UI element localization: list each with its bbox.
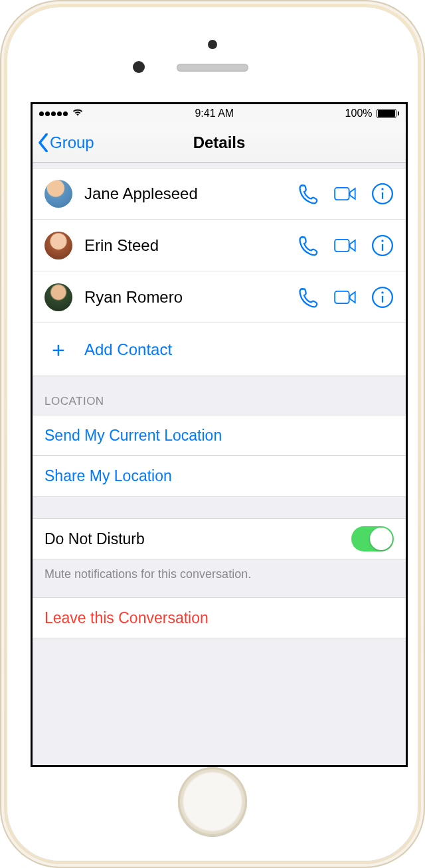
status-time: 9:41 AM: [84, 108, 345, 119]
call-button[interactable]: [297, 286, 319, 309]
chevron-left-icon: [38, 133, 48, 152]
mute-switch: [0, 146, 1, 170]
info-icon: [371, 182, 394, 205]
wifi-icon: [72, 108, 84, 119]
svg-rect-4: [335, 239, 349, 251]
video-call-button[interactable]: [334, 286, 357, 309]
svg-rect-8: [335, 291, 349, 303]
contact-row[interactable]: Erin Steed: [33, 220, 406, 271]
add-contact-label: Add Contact: [84, 340, 172, 359]
video-icon: [334, 234, 357, 257]
contact-name: Erin Steed: [84, 236, 297, 255]
dnd-row: Do Not Disturb: [33, 518, 406, 559]
video-icon: [334, 286, 357, 309]
volume-down-button: [0, 246, 1, 288]
phone-icon: [297, 182, 319, 205]
contact-name: Ryan Romero: [84, 288, 297, 307]
battery-icon: [377, 109, 400, 118]
navigation-bar: Group Details: [33, 123, 406, 163]
contact-name: Jane Appleseed: [84, 184, 297, 203]
status-bar: 9:41 AM 100%: [33, 104, 406, 123]
share-location-button[interactable]: Share My Location: [33, 456, 406, 497]
toggle-knob: [370, 528, 392, 550]
participants-section: Jane Appleseed Erin Steed: [33, 168, 406, 376]
front-camera-icon: [208, 40, 217, 49]
call-button[interactable]: [297, 182, 319, 205]
video-icon: [334, 182, 357, 205]
svg-point-2: [381, 188, 383, 190]
send-location-button[interactable]: Send My Current Location: [33, 415, 406, 456]
dnd-label: Do Not Disturb: [44, 530, 145, 548]
earpiece-speaker-icon: [177, 64, 248, 72]
avatar: [44, 180, 72, 208]
location-section-header: LOCATION: [33, 376, 406, 415]
video-call-button[interactable]: [334, 234, 357, 257]
send-location-label: Send My Current Location: [44, 427, 222, 445]
home-button[interactable]: [178, 767, 247, 836]
plus-icon: +: [44, 338, 72, 361]
svg-rect-0: [335, 188, 349, 200]
cell-signal-icon: [39, 111, 68, 116]
dnd-footer-note: Mute notifications for this conversation…: [33, 559, 406, 597]
leave-conversation-label: Leave this Conversation: [44, 609, 209, 627]
back-button[interactable]: Group: [38, 133, 94, 152]
battery-percent: 100%: [345, 108, 373, 119]
screen: 9:41 AM 100% Group Details: [31, 102, 408, 767]
add-contact-button[interactable]: + Add Contact: [33, 323, 406, 376]
iphone-device-frame: 9:41 AM 100% Group Details: [0, 0, 425, 868]
video-call-button[interactable]: [334, 182, 357, 205]
svg-point-10: [381, 291, 383, 293]
contact-row[interactable]: Ryan Romero: [33, 271, 406, 323]
info-icon: [371, 286, 394, 309]
phone-icon: [297, 286, 319, 309]
info-button[interactable]: [371, 234, 394, 257]
info-button[interactable]: [371, 286, 394, 309]
phone-icon: [297, 234, 319, 257]
volume-up-button: [0, 192, 1, 235]
back-label: Group: [50, 133, 94, 152]
device-bezel: 9:41 AM 100% Group Details: [7, 7, 418, 861]
info-button[interactable]: [371, 182, 394, 205]
leave-conversation-button[interactable]: Leave this Conversation: [33, 597, 406, 638]
svg-point-6: [381, 240, 383, 242]
proximity-sensor-icon: [133, 61, 145, 73]
avatar: [44, 283, 72, 311]
info-icon: [371, 234, 394, 257]
share-location-label: Share My Location: [44, 467, 172, 485]
call-button[interactable]: [297, 234, 319, 257]
dnd-toggle[interactable]: [351, 526, 394, 551]
contact-row[interactable]: Jane Appleseed: [33, 168, 406, 220]
section-spacer: [33, 497, 406, 518]
avatar: [44, 232, 72, 259]
